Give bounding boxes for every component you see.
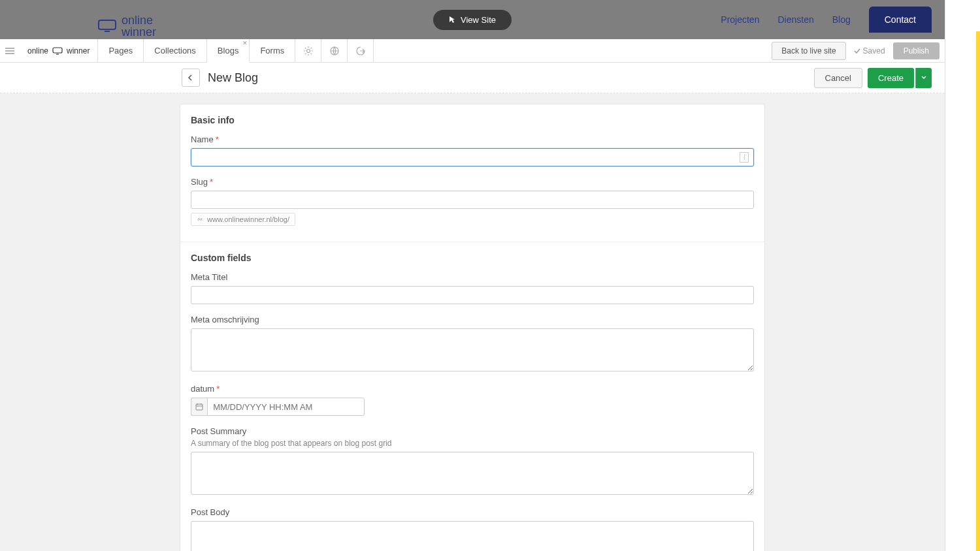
meta-desc-label: Meta omschrijving <box>191 315 754 324</box>
basic-info-title: Basic info <box>191 115 754 125</box>
svg-rect-1 <box>53 48 62 53</box>
slug-label-text: Slug <box>191 177 208 187</box>
editor-tabs: Pages Collections Blogs ✕ Forms <box>98 39 374 62</box>
brand-right: winner <box>67 46 90 55</box>
site-header-dimmed: online winner View Site Projecten Dienst… <box>0 0 945 39</box>
tab-blogs-label: Blogs <box>218 46 239 55</box>
input-suggestion-icon[interactable]: ⋮ <box>740 152 749 163</box>
link-icon <box>197 216 203 223</box>
form-card: Basic info Name* ⋮ Slug* <box>180 104 765 551</box>
page-title: New Blog <box>208 71 258 85</box>
svg-rect-4 <box>196 404 203 410</box>
create-dropdown-button[interactable] <box>915 68 932 88</box>
chevron-down-icon <box>921 76 926 80</box>
slug-url-preview: www.onlinewinner.nl/blog/ <box>191 213 295 226</box>
summary-label: Post Summary <box>191 426 754 436</box>
datum-field: datum* <box>191 384 754 416</box>
body-input[interactable] <box>191 521 754 551</box>
site-logo-top: online <box>122 14 156 26</box>
calendar-icon[interactable] <box>191 398 207 416</box>
site-nav: Projecten Diensten Blog Contact <box>721 7 932 33</box>
summary-input[interactable] <box>191 452 754 495</box>
logout-icon[interactable] <box>348 39 374 62</box>
name-label: Name* <box>191 134 754 144</box>
menu-icon[interactable] <box>0 39 20 62</box>
page-header: New Blog Cancel Create <box>0 63 945 93</box>
publish-button[interactable]: Publish <box>893 42 939 59</box>
cursor-icon <box>449 16 455 24</box>
meta-desc-input[interactable] <box>191 328 754 371</box>
tab-blogs[interactable]: Blogs ✕ <box>207 39 250 63</box>
toolbar-right: Back to live site Saved Publish <box>772 39 945 62</box>
custom-fields-section: Custom fields Meta Titel Meta omschrijvi… <box>180 242 764 551</box>
back-arrow-button[interactable] <box>182 69 200 87</box>
tab-pages-label: Pages <box>108 46 133 55</box>
basic-info-section: Basic info Name* ⋮ Slug* <box>180 104 764 242</box>
brand-left: online <box>27 46 48 55</box>
required-marker: * <box>210 177 213 187</box>
custom-fields-title: Custom fields <box>191 253 754 263</box>
tab-forms-label: Forms <box>260 46 284 55</box>
tab-pages[interactable]: Pages <box>98 39 144 62</box>
nav-projecten[interactable]: Projecten <box>721 14 759 25</box>
site-logo: online winner <box>98 14 156 38</box>
create-button[interactable]: Create <box>868 68 914 88</box>
content-area: Basic info Name* ⋮ Slug* <box>0 93 945 551</box>
body-field: Post Body <box>191 507 754 551</box>
svg-rect-0 <box>99 20 116 29</box>
required-marker: * <box>216 134 219 144</box>
cancel-button[interactable]: Cancel <box>814 68 862 88</box>
slug-url-text: www.onlinewinner.nl/blog/ <box>207 215 289 223</box>
nav-diensten[interactable]: Diensten <box>777 14 813 25</box>
tab-collections[interactable]: Collections <box>144 39 207 62</box>
saved-label: Saved <box>863 46 885 55</box>
summary-field: Post Summary A summary of the blog post … <box>191 426 754 497</box>
nav-contact[interactable]: Contact <box>869 7 932 33</box>
slug-label: Slug* <box>191 177 754 187</box>
editor-brand: online winner <box>20 39 98 62</box>
saved-status: Saved <box>854 46 885 55</box>
view-site-button[interactable]: View Site <box>433 10 512 30</box>
body-label: Post Body <box>191 507 754 517</box>
datum-label: datum* <box>191 384 754 394</box>
datum-input[interactable] <box>207 398 365 416</box>
settings-icon[interactable] <box>295 39 321 62</box>
back-to-live-site-button[interactable]: Back to live site <box>772 42 845 60</box>
right-sidebar-strip <box>945 0 980 551</box>
editor-toolbar: online winner Pages Collections Blogs ✕ … <box>0 39 945 63</box>
nav-blog[interactable]: Blog <box>832 14 851 25</box>
meta-desc-field: Meta omschrijving <box>191 315 754 373</box>
close-icon[interactable]: ✕ <box>242 40 248 46</box>
summary-help: A summary of the blog post that appears … <box>191 439 754 448</box>
page-header-actions: Cancel Create <box>814 68 932 88</box>
slug-field: Slug* www.onlinewinner.nl/blog/ <box>191 177 754 226</box>
datum-label-text: datum <box>191 384 214 394</box>
slug-input[interactable] <box>191 191 754 209</box>
tab-collections-label: Collections <box>154 46 196 55</box>
meta-title-field: Meta Titel <box>191 272 754 304</box>
meta-title-label: Meta Titel <box>191 272 754 282</box>
globe-icon[interactable] <box>321 39 348 62</box>
svg-point-2 <box>306 49 310 52</box>
name-label-text: Name <box>191 134 214 144</box>
tab-forms[interactable]: Forms <box>250 39 295 62</box>
name-input[interactable] <box>191 148 754 166</box>
site-logo-bottom: winner <box>122 26 156 38</box>
name-field: Name* ⋮ <box>191 134 754 166</box>
view-site-label: View Site <box>461 15 496 25</box>
meta-title-input[interactable] <box>191 286 754 304</box>
check-icon <box>854 48 860 54</box>
required-marker: * <box>216 384 220 394</box>
